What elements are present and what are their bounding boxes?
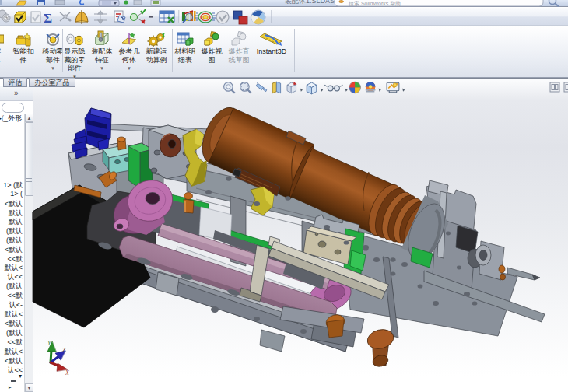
svg-text:X: X [65,369,70,376]
svg-text:Z: Z [62,347,66,354]
